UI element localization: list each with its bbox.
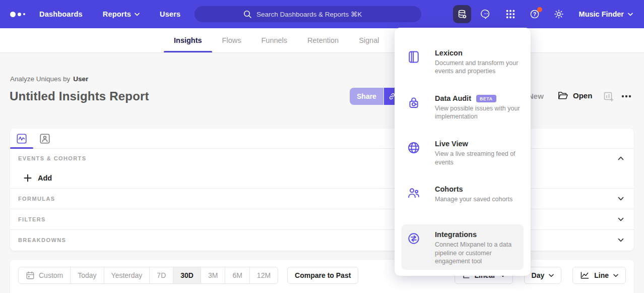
section-breakdowns[interactable]: BREAKDOWNS xyxy=(10,229,634,250)
data-management-menu: Lexicon Document and transform your even… xyxy=(395,28,531,276)
settings-gear-icon[interactable] xyxy=(550,5,568,23)
top-nav: Dashboards Reports Users xyxy=(0,0,644,28)
book-icon xyxy=(407,50,422,64)
primary-nav: Dashboards Reports Users xyxy=(39,10,180,18)
menu-item-description: Manage your saved cohorts xyxy=(435,195,525,203)
menu-item-title: Live View xyxy=(435,140,468,148)
share-split-button: Share xyxy=(350,88,400,105)
nav-link-dashboards[interactable]: Dashboards xyxy=(39,10,83,18)
query-builder-card: EVENTS & COHORTS Add FORMULAS FILTERS BR… xyxy=(10,129,634,251)
subtitle-value[interactable]: User xyxy=(73,75,88,83)
tab-signal[interactable]: Signal xyxy=(349,28,389,52)
tab-flows[interactable]: Flows xyxy=(212,28,251,52)
chevron-up-icon xyxy=(618,156,624,160)
section-events-cohorts[interactable]: EVENTS & COHORTS xyxy=(10,149,634,168)
project-switcher[interactable]: Music Finder xyxy=(579,10,633,18)
section-formulas[interactable]: FORMULAS xyxy=(10,188,634,209)
section-label: FILTERS xyxy=(18,216,46,222)
tab-label: Retention xyxy=(307,36,339,44)
line-chart-icon xyxy=(580,271,590,279)
range-custom[interactable]: Custom xyxy=(19,267,70,283)
plus-icon xyxy=(24,174,32,182)
section-label: FORMULAS xyxy=(18,196,55,202)
open-label: Open xyxy=(573,91,592,100)
tab-label: Funnels xyxy=(261,36,287,44)
report-tabbar: Insights Flows Funnels Retention Signal … xyxy=(0,28,644,53)
date-range-segmented: Custom Today Yesterday 7D 30D 3M 6M 12M xyxy=(18,267,278,284)
add-event-button[interactable]: Add xyxy=(10,168,634,188)
folder-open-icon xyxy=(557,90,568,100)
interval-label: Day xyxy=(532,271,545,279)
range-6m[interactable]: 6M xyxy=(225,267,249,283)
chart-controls-card: Custom Today Yesterday 7D 30D 3M 6M 12M … xyxy=(10,260,634,293)
range-label: 7D xyxy=(157,271,166,279)
nav-link-label: Reports xyxy=(103,10,131,18)
section-label: BREAKDOWNS xyxy=(18,237,66,243)
range-label: 30D xyxy=(180,271,194,279)
report-subtitle: Analyze Uniques byUser xyxy=(10,75,88,83)
chevron-down-icon xyxy=(549,274,554,277)
share-label: Share xyxy=(357,92,376,100)
global-search[interactable] xyxy=(195,6,421,22)
tab-insights[interactable]: Insights xyxy=(164,28,212,52)
menu-item-title: Cohorts xyxy=(435,185,463,193)
chevron-down-icon xyxy=(613,274,618,277)
range-12m[interactable]: 12M xyxy=(249,267,278,283)
range-yesterday[interactable]: Yesterday xyxy=(104,267,150,283)
apps-grid-icon[interactable] xyxy=(501,5,520,23)
menu-item-title: Integrations xyxy=(435,230,477,239)
chart-type-dropdown[interactable]: Line xyxy=(572,267,626,284)
beta-badge: BETA xyxy=(476,95,496,102)
tab-retention[interactable]: Retention xyxy=(297,28,349,52)
section-filters[interactable]: FILTERS xyxy=(10,209,634,229)
chart-type-label: Line xyxy=(594,271,609,279)
tab-funnels[interactable]: Funnels xyxy=(251,28,297,52)
search-icon xyxy=(243,10,252,19)
range-label: 3M xyxy=(208,271,218,279)
menu-item-description: Connect Mixpanel to a data pipeline or c… xyxy=(435,241,525,265)
menu-item-lexicon[interactable]: Lexicon Document and transform your even… xyxy=(402,43,524,80)
menu-item-description: View possible issues with your implement… xyxy=(435,104,525,121)
data-management-icon[interactable] xyxy=(453,5,471,23)
nav-link-users[interactable]: Users xyxy=(160,10,180,18)
calendar-icon xyxy=(26,271,35,280)
more-options-icon[interactable] xyxy=(620,93,632,100)
open-report-button[interactable]: Open xyxy=(557,90,592,100)
builder-icon-tabs xyxy=(10,129,634,149)
nav-right-cluster: ? Music Finder xyxy=(453,0,633,28)
chevron-down-icon xyxy=(618,217,624,221)
menu-item-data-audit[interactable]: Data Audit BETA View possible issues wit… xyxy=(402,88,524,126)
feedback-chat-icon[interactable] xyxy=(477,5,495,23)
notification-dot xyxy=(537,7,542,12)
users-icon xyxy=(407,186,422,200)
menu-item-integrations[interactable]: Integrations Connect Mixpanel to a data … xyxy=(402,224,524,270)
range-3m[interactable]: 3M xyxy=(201,267,225,283)
tab-label: Insights xyxy=(174,36,202,44)
profiles-tab-icon[interactable] xyxy=(33,129,56,148)
compare-to-past-button[interactable]: Compare to Past xyxy=(287,267,358,284)
svg-text:?: ? xyxy=(533,12,536,17)
range-today[interactable]: Today xyxy=(70,267,103,283)
lock-icon xyxy=(407,95,422,109)
menu-item-title: Lexicon xyxy=(435,49,463,57)
menu-item-description: Document and transform your events and p… xyxy=(435,59,525,76)
menu-item-cohorts[interactable]: Cohorts Manage your saved cohorts xyxy=(402,179,524,216)
chart-pulse-tab-icon[interactable] xyxy=(10,129,33,148)
project-name: Music Finder xyxy=(579,10,624,18)
add-to-board-icon[interactable] xyxy=(603,91,615,103)
mixpanel-logo-icon[interactable] xyxy=(10,12,32,17)
menu-item-live-view[interactable]: Live View View a live streaming feed of … xyxy=(402,134,524,171)
range-label: Yesterday xyxy=(111,271,143,279)
range-30d[interactable]: 30D xyxy=(173,267,201,283)
search-input[interactable] xyxy=(256,11,372,18)
nav-link-label: Users xyxy=(160,10,180,18)
help-icon[interactable]: ? xyxy=(526,5,544,23)
range-7d[interactable]: 7D xyxy=(149,267,173,283)
page-title[interactable]: Untitled Insights Report xyxy=(10,89,149,103)
share-button[interactable]: Share xyxy=(350,88,383,105)
range-label: 6M xyxy=(232,271,242,279)
subtitle-prefix: Analyze Uniques by xyxy=(10,75,70,83)
nav-link-reports[interactable]: Reports xyxy=(103,10,140,18)
nav-link-label: Dashboards xyxy=(39,10,83,18)
chevron-down-icon xyxy=(618,197,624,201)
